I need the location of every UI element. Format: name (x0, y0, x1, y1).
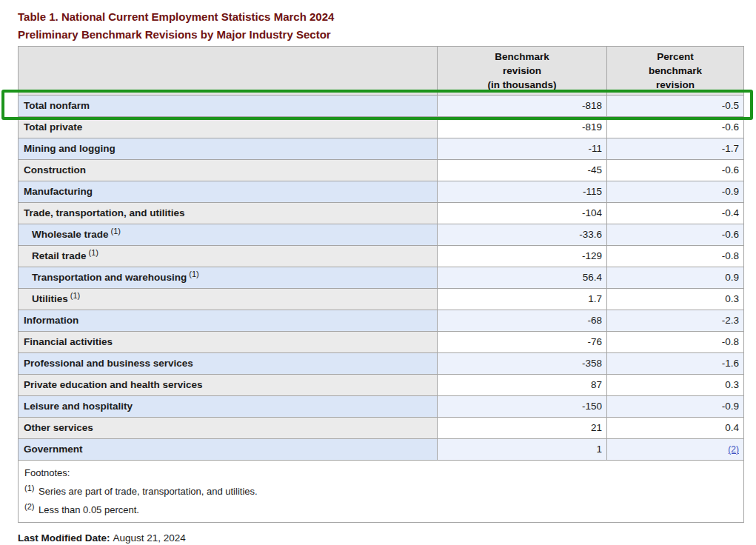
header-percent-benchmark-revision: Percent benchmark revision (607, 47, 744, 96)
benchmark-revision-value: -76 (438, 332, 607, 353)
table-row: Leisure and hospitality -150 -0.9 (19, 396, 744, 418)
table-body: Total nonfarm -818 -0.5 Total private -8… (19, 96, 744, 461)
benchmark-revision-value: 21 (438, 418, 607, 439)
percent-benchmark-revision-value: -0.8 (607, 332, 744, 353)
percent-benchmark-revision-value: (2) (607, 439, 744, 461)
last-modified: Last Modified Date:August 21, 2024 (18, 532, 756, 544)
footnotes-section: Footnotes: (1) Series are part of trade,… (19, 461, 744, 523)
row-footnote-marker: (1) (189, 270, 198, 278)
header-benchmark-revision: Benchmark revision (in thousands) (438, 47, 607, 96)
percent-benchmark-revision-value: -0.6 (607, 117, 744, 138)
footnotes-heading: Footnotes: (24, 464, 737, 482)
footnote-item: (2) Less than 0.05 percent. (24, 501, 737, 519)
percent-benchmark-revision-value: -1.6 (607, 353, 744, 375)
table-row: Information -68 -2.3 (19, 310, 744, 332)
table-row: Trade, transportation, and utilities -10… (19, 203, 744, 224)
percent-benchmark-revision-value: -0.5 (607, 96, 744, 117)
benchmark-revision-value: -129 (438, 246, 607, 267)
benchmark-revision-value: -104 (438, 203, 607, 224)
row-label: Construction (24, 164, 86, 175)
row-label: Information (24, 315, 78, 326)
last-modified-label: Last Modified Date: (18, 532, 110, 544)
row-label: Total private (24, 121, 82, 133)
row-label: Financial activities (24, 336, 113, 347)
table-row: Private education and health services 87… (19, 375, 744, 396)
percent-benchmark-revision-value: -0.8 (607, 246, 744, 267)
table-row: Professional and business services -358 … (19, 353, 744, 375)
benchmark-revisions-table: Benchmark revision (in thousands) Percen… (18, 46, 744, 523)
table-row: Wholesale trade(1) -33.6 -0.6 (19, 224, 744, 246)
benchmark-revision-value: -33.6 (438, 224, 607, 246)
benchmark-revision-value: -818 (438, 96, 607, 117)
table-header-row: Benchmark revision (in thousands) Percen… (19, 47, 744, 96)
table-row: Manufacturing -115 -0.9 (19, 181, 744, 203)
row-label: Government (24, 444, 83, 455)
row-label: Private education and health services (24, 379, 203, 390)
percent-benchmark-revision-value: 0.3 (607, 289, 744, 310)
last-modified-value: August 21, 2024 (113, 532, 186, 544)
table-row: Construction -45 -0.6 (19, 160, 744, 181)
benchmark-revision-value: -45 (438, 160, 607, 181)
benchmark-revision-value: -115 (438, 181, 607, 203)
row-label: Transportation and warehousing (32, 272, 187, 283)
row-footnote-marker: (1) (89, 248, 98, 257)
benchmark-revision-value: -358 (438, 353, 607, 375)
benchmark-revision-value: -11 (438, 138, 607, 160)
percent-benchmark-revision-value: -0.6 (607, 224, 744, 246)
benchmark-revision-value: -819 (438, 117, 607, 138)
footnotes-list: (1) Series are part of trade, transporta… (24, 482, 737, 519)
row-label: Mining and logging (24, 143, 116, 154)
table-row: Financial activities -76 -0.8 (19, 332, 744, 353)
table-row: Government 1 (2) (19, 439, 744, 461)
percent-benchmark-revision-value: -0.4 (607, 203, 744, 224)
percent-benchmark-revision-value: 0.3 (607, 375, 744, 396)
percent-benchmark-revision-value: -1.7 (607, 138, 744, 160)
percent-benchmark-revision-value: 0.4 (607, 418, 744, 439)
percent-benchmark-revision-value: 0.9 (607, 267, 744, 289)
table-row: Mining and logging -11 -1.7 (19, 138, 744, 160)
benchmark-revision-value: -150 (438, 396, 607, 418)
table-row: Retail trade(1) -129 -0.8 (19, 246, 744, 267)
table-row: Total nonfarm -818 -0.5 (19, 96, 744, 117)
benchmark-revision-value: 1.7 (438, 289, 607, 310)
row-label: Leisure and hospitality (24, 401, 133, 412)
row-label: Manufacturing (24, 186, 93, 197)
row-label: Trade, transportation, and utilities (24, 207, 185, 218)
bls-benchmark-page: Table 1. National Current Employment Sta… (0, 0, 756, 544)
footnote-2-link[interactable]: (2) (728, 444, 739, 455)
benchmark-revision-value: 1 (438, 439, 607, 461)
row-label: Total nonfarm (24, 100, 90, 111)
table-row: Transportation and warehousing(1) 56.4 0… (19, 267, 744, 289)
table-row: Other services 21 0.4 (19, 418, 744, 439)
page-title-line1: Table 1. National Current Employment Sta… (18, 8, 756, 26)
row-label: Professional and business services (24, 358, 193, 369)
row-label: Utilities (32, 293, 68, 304)
benchmark-revision-value: 56.4 (438, 267, 607, 289)
row-footnote-marker: (1) (70, 291, 80, 300)
benchmark-revision-value: -68 (438, 310, 607, 332)
table-row: Total private -819 -0.6 (19, 117, 744, 138)
percent-benchmark-revision-value: -0.9 (607, 396, 744, 418)
percent-benchmark-revision-value: -0.9 (607, 181, 744, 203)
table-row: Utilities(1) 1.7 0.3 (19, 289, 744, 310)
row-label: Retail trade (32, 250, 87, 261)
percent-benchmark-revision-value: -2.3 (607, 310, 744, 332)
percent-benchmark-revision-value: -0.6 (607, 160, 744, 181)
row-footnote-marker: (1) (111, 227, 121, 235)
row-label: Wholesale trade (32, 229, 109, 240)
benchmark-revision-value: 87 (438, 375, 607, 396)
page-title-line2: Preliminary Benchmark Revisions by Major… (18, 26, 756, 44)
footnote-item: (1) Series are part of trade, transporta… (24, 482, 737, 501)
header-industry-blank (19, 47, 438, 96)
footnotes-row: Footnotes: (1) Series are part of trade,… (19, 461, 744, 523)
row-label: Other services (24, 422, 93, 433)
